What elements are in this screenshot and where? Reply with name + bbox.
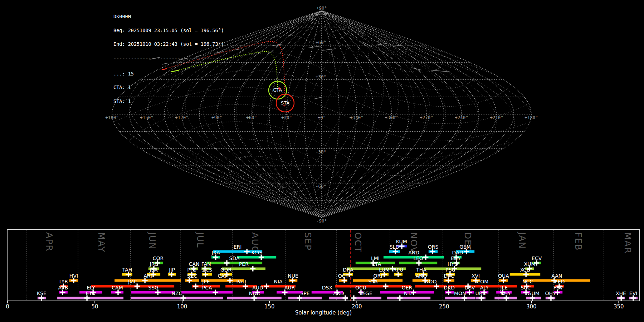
shower-label-PPS: PPS [187, 267, 196, 273]
shower-label-KUM: KUM [396, 239, 407, 244]
shower-label-EGE: EGE [362, 291, 372, 296]
shower-label-ETA: ETA [86, 291, 95, 296]
shower-label-OHY: OHY [545, 291, 556, 296]
peak-marker-PER [250, 266, 255, 272]
shower-label-PAU: PAU [236, 279, 246, 284]
shower-label-LEO: LEO [413, 255, 423, 261]
shower-label-KSE: KSE [37, 291, 47, 296]
shower-label-CTA: CTA [371, 261, 381, 267]
shower-label-JPE: JPE [202, 279, 210, 284]
shower-label-ARI: ARI [143, 273, 152, 279]
shower-label-PSU: PSU [445, 267, 455, 273]
x-axis-tick-label: 150 [264, 303, 275, 310]
peak-marker-AND [423, 255, 428, 260]
map-latitude-label: +90° [316, 5, 327, 11]
shower-bar-KCG [237, 256, 276, 259]
shower-label-DRA: DRA [343, 267, 353, 273]
x-axis-tick-label: 0 [6, 303, 9, 310]
shower-label-PER: PER [239, 261, 249, 267]
shower-label-THA: THA [416, 267, 426, 273]
map-longitude-label: +330° [350, 115, 364, 120]
shower-label-JXA: JXA [211, 250, 220, 255]
shower-label-FAN: FAN [201, 261, 211, 267]
month-label-text: JUL [195, 231, 205, 248]
shower-label-STA: STA [369, 279, 378, 284]
map-longitude-label: +60° [246, 115, 257, 120]
peak-marker-STA [383, 284, 389, 289]
shower-label-LYR: LYR [59, 279, 68, 284]
shower-activity-chart: APRMAYJUNJULAUGSEPOCTNOVDECJANFEBMARKUME… [6, 230, 640, 316]
observation-info-block: DK000M Beg: 20251009 23:15:05 (sol = 196… [113, 5, 230, 113]
month-label-text: MAR [623, 232, 633, 254]
equatorial-graticule-line [281, 30, 365, 188]
radiant-label-STA: STA [281, 100, 289, 106]
shower-label-NZC: NZC [172, 291, 182, 296]
shower-label-COR: COR [153, 255, 164, 261]
x-axis-tick-label: 350 [614, 303, 624, 310]
equatorial-graticule-line [293, 40, 399, 199]
x-axis-tick-label: 200 [352, 303, 362, 310]
shower-label-FEV: FEV [553, 285, 563, 291]
shower-label-CAN: CAN [189, 261, 200, 267]
shower-label-AUR: AUR [284, 285, 295, 291]
separator-line: ---------------------------------------- [113, 56, 230, 60]
shower-label-JMC: JMC [128, 279, 137, 284]
shower-row-violet: KSEETANZCNDASPEARDEGENTAMONURSAHYGUMOHYX… [37, 291, 638, 301]
shower-label-FED: FED [555, 279, 565, 284]
shower-label-SCC: SCC [521, 285, 531, 291]
equatorial-graticule-line [220, 18, 366, 187]
shower-label-SLD: SLD [390, 244, 399, 250]
month-label-text: JAN [517, 231, 527, 249]
meteor-observation-figure: +90°+60°+30°-30°-60°-90°+180°+150°+120°+… [0, 0, 644, 322]
shower-label-SPE: SPE [300, 291, 309, 296]
shower-label-OCT: OCT [338, 273, 349, 279]
x-axis-tick-label: 300 [526, 303, 537, 310]
shower-label-LMI: LMI [371, 255, 380, 261]
equatorial-graticule-line [288, 34, 365, 189]
cta-count: CTA: 1 [113, 85, 230, 90]
shower-label-MON: MON [454, 291, 466, 296]
month-label-MAR: MAR [623, 232, 633, 254]
shower-label-XUM: XUM [524, 261, 536, 267]
shower-label-TAH: TAH [122, 267, 132, 273]
map-longitude-label: +240° [455, 115, 468, 120]
shower-label-SZC: SZC [187, 273, 197, 279]
shower-label-ZCS: ZCS [202, 267, 212, 273]
shower-label-KCG: KCG [252, 250, 262, 255]
shower-label-ECV: ECV [532, 255, 542, 261]
shower-label-SSG: SSG [148, 285, 158, 291]
shower-bar-ARI [114, 279, 181, 282]
shower-label-HVI: HVI [69, 273, 78, 279]
shower-label-ELY: ELY [87, 285, 95, 291]
shower-label-AND: AND [408, 250, 419, 255]
sporadic-count: ...: 15 [113, 72, 230, 76]
shower-bar-SSG [131, 291, 175, 294]
shower-label-ORS: ORS [428, 244, 439, 250]
shower-label-OER: OER [402, 285, 413, 291]
ecliptic-graticule-line [234, 11, 322, 218]
station-id: DK000M [113, 14, 230, 19]
shower-label-DKD: DKD [444, 285, 455, 291]
shower-label-EVI: EVI [629, 291, 638, 296]
shower-label-GDR: GDR [220, 267, 232, 273]
shower-label-SDA: SDA [229, 255, 240, 261]
meteor-streak [322, 49, 336, 50]
shower-label-LUM: LUM [379, 267, 389, 273]
peak-marker-ERI [244, 249, 250, 254]
shower-bar-AUR [277, 291, 303, 294]
month-label-OCT: OCT [353, 232, 363, 253]
shower-label-JEA: JEA [149, 267, 158, 273]
x-axis-tick-label: 250 [439, 303, 449, 310]
shower-label-URS: URS [475, 291, 486, 296]
peak-marker-NTA [397, 296, 402, 301]
map-longitude-label: +180° [525, 115, 538, 120]
shower-label-NUE: NUE [288, 273, 298, 279]
peak-marker-CAP [227, 278, 233, 283]
map-latitude-label: -90° [316, 218, 327, 224]
map-latitude-label: +60° [316, 40, 326, 45]
month-label-text: APR [44, 232, 54, 252]
shower-label-AMO: AMO [416, 273, 428, 279]
shower-label-AVB: AVB [58, 285, 68, 291]
shower-label-HYD: HYD [448, 261, 458, 267]
month-label-FEB: FEB [573, 232, 584, 251]
